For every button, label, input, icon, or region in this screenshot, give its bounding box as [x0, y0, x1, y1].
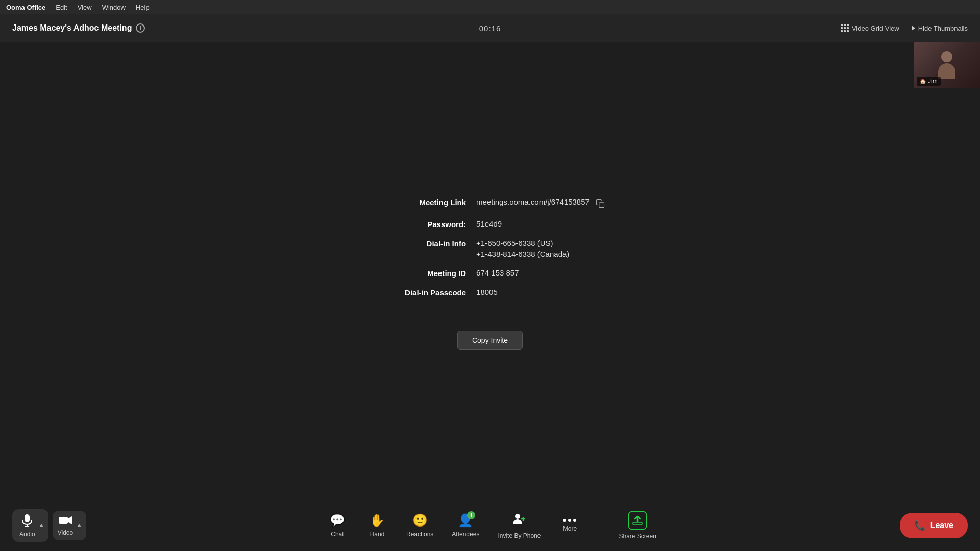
meeting-id-label: Meeting ID — [374, 268, 476, 278]
audio-main: Audio — [19, 513, 35, 538]
toolbar: Audio Video 💬 Chat — [0, 500, 980, 551]
share-screen-button[interactable]: Share Screen — [608, 507, 666, 544]
more-dot-3 — [573, 519, 576, 522]
mic-icon — [21, 513, 33, 528]
meeting-id-value: 674 153 857 — [476, 268, 519, 277]
chat-label: Chat — [331, 531, 344, 538]
hand-button[interactable]: ✋ Hand — [359, 509, 395, 542]
share-screen-svg — [632, 515, 643, 526]
attendees-badge: 1 — [467, 511, 475, 519]
menu-edit[interactable]: Edit — [56, 4, 67, 11]
dial-in-value-group: +1-650-665-6338 (US) +1-438-814-6338 (Ca… — [476, 239, 569, 258]
svg-marker-5 — [68, 516, 72, 524]
audio-chevron[interactable] — [36, 520, 46, 531]
hand-label: Hand — [370, 531, 385, 538]
passcode-value-group: 18005 — [476, 288, 498, 296]
menu-window[interactable]: Window — [102, 4, 126, 11]
meeting-title-group: James Macey's Adhoc Meeting i — [12, 23, 145, 33]
meeting-id-value-group: 674 153 857 — [476, 268, 519, 277]
toolbar-center: 💬 Chat ✋ Hand 🙂 Reactions 👤 1 Attendees — [86, 507, 899, 544]
reactions-button[interactable]: 🙂 Reactions — [399, 509, 440, 542]
chevron-up-icon — [39, 524, 43, 527]
chat-button[interactable]: 💬 Chat — [320, 509, 355, 542]
leave-label: Leave — [930, 521, 953, 530]
grid-icon — [841, 24, 849, 32]
meeting-link-value: meetings.ooma.com/j/674153857 — [476, 197, 590, 206]
video-icon — [58, 515, 72, 526]
meeting-info-panel: Meeting Link meetings.ooma.com/j/6741538… — [374, 192, 606, 350]
audio-label: Audio — [19, 531, 35, 538]
video-grid-view-button[interactable]: Video Grid View — [841, 24, 899, 32]
chevron-up-video-icon — [77, 524, 81, 527]
password-row: Password: 51e4d9 — [374, 214, 606, 234]
meeting-timer: 00:16 — [479, 24, 501, 33]
copy-invite-button[interactable]: Copy Invite — [457, 331, 523, 350]
meeting-link-label: Meeting Link — [374, 197, 476, 207]
menu-view[interactable]: View — [78, 4, 92, 11]
video-button[interactable]: Video — [53, 511, 86, 540]
more-dot-1 — [563, 519, 566, 522]
attendees-icon-wrap: 👤 1 — [458, 513, 473, 528]
invite-phone-icon — [512, 512, 526, 529]
dial-in-row: Dial-in Info +1-650-665-6338 (US) +1-438… — [374, 234, 606, 263]
menu-help[interactable]: Help — [136, 4, 150, 11]
invite-by-phone-label: Invite By Phone — [498, 532, 541, 539]
attendees-button[interactable]: 👤 1 Attendees — [445, 509, 486, 542]
svg-rect-4 — [59, 517, 68, 524]
video-main: Video — [58, 515, 73, 536]
meeting-info-icon[interactable]: i — [136, 23, 145, 33]
copy-link-button[interactable] — [595, 198, 606, 209]
chevron-right-icon — [912, 26, 915, 31]
svg-rect-9 — [633, 522, 642, 525]
hide-thumbnails-label: Hide Thumbnails — [918, 24, 968, 32]
dial-in-us: +1-650-665-6338 (US) — [476, 239, 553, 247]
main-content: Meeting Link meetings.ooma.com/j/6741538… — [0, 42, 980, 500]
toolbar-divider — [598, 510, 598, 541]
video-label: Video — [58, 529, 73, 536]
video-chevron[interactable] — [74, 520, 84, 531]
meeting-title-text: James Macey's Adhoc Meeting — [12, 23, 132, 33]
toolbar-left: Audio Video — [12, 509, 86, 542]
chat-icon: 💬 — [330, 513, 345, 528]
passcode-row: Dial-in Passcode 18005 — [374, 283, 606, 302]
password-value-group: 51e4d9 — [476, 219, 502, 228]
more-label: More — [563, 525, 577, 532]
svg-point-6 — [515, 514, 520, 519]
invite-by-phone-button[interactable]: Invite By Phone — [491, 508, 548, 543]
passcode-label: Dial-in Passcode — [374, 288, 476, 297]
svg-rect-0 — [599, 202, 604, 207]
leave-button[interactable]: 📞 Leave — [900, 513, 968, 538]
reactions-icon: 🙂 — [412, 513, 428, 528]
password-label: Password: — [374, 219, 476, 229]
copy-icon — [596, 199, 605, 208]
dial-in-canada: +1-438-814-6338 (Canada) — [476, 249, 569, 258]
hand-icon: ✋ — [370, 513, 385, 528]
meeting-link-row: Meeting Link meetings.ooma.com/j/6741538… — [374, 192, 606, 214]
reactions-label: Reactions — [406, 531, 433, 538]
app-name[interactable]: Ooma Office — [6, 4, 45, 11]
phone-hangup-icon: 📞 — [914, 520, 925, 531]
share-screen-icon — [628, 511, 647, 530]
more-dot-2 — [568, 519, 571, 522]
share-screen-label: Share Screen — [619, 533, 656, 540]
attendees-label: Attendees — [452, 531, 479, 538]
title-bar-controls: Video Grid View Hide Thumbnails — [841, 24, 968, 32]
more-button[interactable]: More — [552, 515, 587, 536]
title-bar: James Macey's Adhoc Meeting i 00:16 Vide… — [0, 14, 980, 42]
meeting-id-row: Meeting ID 674 153 857 — [374, 263, 606, 283]
svg-rect-1 — [24, 514, 30, 522]
grid-view-label: Video Grid View — [852, 24, 899, 32]
more-icon — [563, 519, 576, 522]
passcode-value: 18005 — [476, 288, 498, 296]
hide-thumbnails-button[interactable]: Hide Thumbnails — [912, 24, 968, 32]
meeting-link-value-group: meetings.ooma.com/j/674153857 — [476, 197, 606, 209]
dial-in-label: Dial-in Info — [374, 239, 476, 248]
audio-button[interactable]: Audio — [12, 509, 48, 542]
password-value: 51e4d9 — [476, 219, 502, 228]
menu-bar: Ooma Office Edit View Window Help — [0, 0, 980, 14]
toolbar-right: 📞 Leave — [900, 513, 968, 538]
